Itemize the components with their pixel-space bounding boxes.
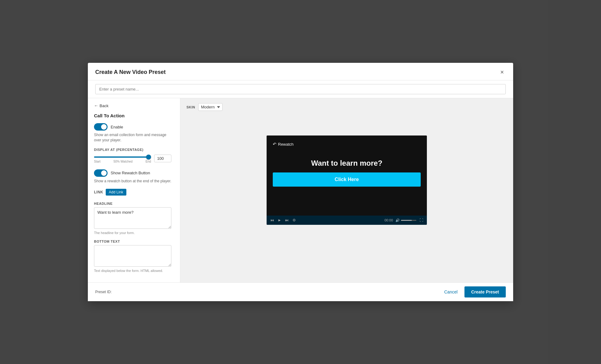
- rewind-button[interactable]: ⏮: [270, 217, 275, 223]
- play-button[interactable]: ►: [277, 217, 282, 223]
- range-label-end: End: [145, 160, 151, 163]
- display-at-label: DISPLAY AT (PERCENTAGE): [94, 148, 171, 152]
- preview-area: SKIN Modern Classic Minimal ↶ Rewatch: [180, 98, 513, 282]
- display-at-section: DISPLAY AT (PERCENTAGE) Start 50% Watche…: [94, 148, 171, 163]
- footer-buttons: Cancel Create Preset: [440, 286, 506, 297]
- rewatch-toggle[interactable]: [94, 169, 108, 177]
- player-controls: ⏮ ► ⏭ ⚙ 00:00 🔊 ⛶: [267, 216, 427, 225]
- slider-row: Start 50% Watched End: [94, 154, 171, 163]
- skin-label: SKIN: [186, 105, 195, 109]
- settings-sidebar: ← Back Call To Action Enable Show an ema…: [88, 98, 180, 282]
- enable-toggle[interactable]: [94, 123, 108, 131]
- range-container: Start 50% Watched End: [94, 154, 151, 163]
- back-label: Back: [100, 103, 108, 108]
- range-label-start: Start: [94, 160, 100, 163]
- create-preset-button[interactable]: Create Preset: [464, 286, 506, 297]
- back-link[interactable]: ← Back: [94, 103, 171, 108]
- modal-footer: Preset ID: Cancel Create Preset: [88, 282, 513, 301]
- modal-title: Create A New Video Preset: [95, 69, 166, 75]
- link-row: LINK Add Link: [94, 189, 171, 196]
- rewatch-icon: ↶: [273, 142, 276, 147]
- video-content: ↶ Rewatch Want to learn more? Click Here: [267, 135, 427, 216]
- cta-headline: Want to learn more?: [273, 159, 421, 168]
- skin-select[interactable]: Modern Classic Minimal: [198, 103, 223, 111]
- rewatch-toggle-slider: [94, 169, 108, 177]
- headline-section: HEADLINE Want to learn more? The headlin…: [94, 202, 171, 235]
- link-label: LINK: [94, 190, 103, 194]
- range-labels: Start 50% Watched End: [94, 160, 151, 163]
- volume-bar[interactable]: [401, 220, 416, 221]
- modal-dialog: Create A New Video Preset × ← Back Call …: [88, 63, 513, 301]
- preset-id-label: Preset ID:: [95, 290, 112, 294]
- enable-toggle-label: Enable: [111, 125, 123, 129]
- preset-name-section: [88, 80, 513, 98]
- preset-name-input[interactable]: [95, 84, 506, 94]
- skin-row: SKIN Modern Classic Minimal: [186, 103, 223, 111]
- rewatch-toggle-row: Show Rewatch Button: [94, 169, 171, 177]
- video-preview: ↶ Rewatch Want to learn more? Click Here…: [267, 135, 427, 225]
- range-label-mid: 50% Watched: [113, 160, 133, 163]
- section-title: Call To Action: [94, 113, 171, 118]
- rewatch-label: Rewatch: [278, 142, 294, 147]
- enable-toggle-slider: [94, 123, 108, 131]
- back-arrow-icon: ←: [94, 103, 98, 108]
- rewatch-toggle-label: Show Rewatch Button: [111, 171, 150, 175]
- cta-button[interactable]: Click Here: [273, 172, 421, 187]
- fast-forward-button[interactable]: ⏭: [284, 217, 289, 223]
- display-at-slider[interactable]: [94, 156, 151, 158]
- modal-overlay: Create A New Video Preset × ← Back Call …: [0, 0, 601, 364]
- current-time: 00:00: [384, 218, 393, 222]
- headline-label: HEADLINE: [94, 202, 171, 205]
- display-at-value-input[interactable]: [154, 155, 171, 162]
- modal-header: Create A New Video Preset ×: [88, 63, 513, 80]
- rewatch-link[interactable]: ↶ Rewatch: [273, 142, 421, 147]
- bottom-text-textarea[interactable]: [94, 245, 171, 267]
- fullscreen-button[interactable]: ⛶: [419, 217, 424, 223]
- headline-textarea[interactable]: Want to learn more?: [94, 207, 171, 229]
- enable-toggle-row: Enable: [94, 123, 171, 131]
- volume-control: 🔊: [395, 218, 416, 222]
- add-link-button[interactable]: Add Link: [106, 189, 126, 196]
- settings-button[interactable]: ⚙: [292, 217, 296, 223]
- headline-hint: The headline for your form.: [94, 231, 171, 235]
- cancel-button[interactable]: Cancel: [440, 287, 461, 297]
- bottom-text-hint: Text displayed below the form. HTML allo…: [94, 269, 171, 273]
- close-button[interactable]: ×: [498, 68, 506, 76]
- bottom-text-section: BOTTOM TEXT Text displayed below the for…: [94, 240, 171, 273]
- volume-icon: 🔊: [395, 218, 400, 222]
- modal-body: ← Back Call To Action Enable Show an ema…: [88, 98, 513, 282]
- bottom-text-label: BOTTOM TEXT: [94, 240, 171, 243]
- enable-description: Show an email collection form and messag…: [94, 132, 171, 143]
- rewatch-description: Show a rewatch button at the end of the …: [94, 179, 171, 184]
- volume-fill: [401, 220, 412, 221]
